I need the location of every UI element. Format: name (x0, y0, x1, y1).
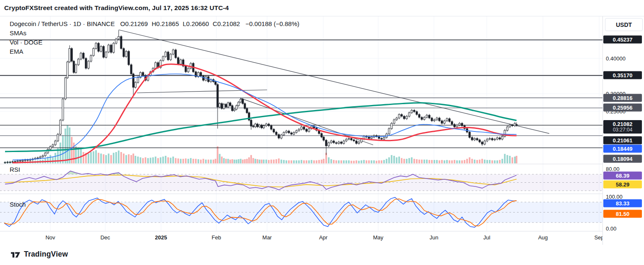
volume-bar (291, 160, 292, 163)
volume-bar (270, 160, 272, 163)
candle (491, 139, 493, 140)
volume-bar (466, 159, 468, 163)
rsi-pane-label[interactable]: RSI (10, 166, 20, 173)
price-axis[interactable]: USDT 0.400000.300000.2500080.00100.000.0… (602, 16, 644, 245)
volume-bar (236, 160, 237, 163)
legend-ohlc-value: H0.21865 (152, 20, 179, 27)
candle (398, 115, 400, 118)
candle (236, 106, 237, 109)
volume-bar (223, 158, 225, 163)
candle (137, 77, 139, 82)
candle (501, 136, 503, 139)
candle (12, 162, 13, 162)
candle (286, 131, 287, 132)
symbol-legend-row[interactable]: Dogecoin / TetherUS · 1D · BINANCE O0.21… (10, 19, 303, 29)
time-axis[interactable]: NovDec2025FebMarAprMayJunJulAugSep (0, 231, 602, 245)
candle (27, 160, 29, 160)
attribution-text: CryptoFXStreet created with TradingView.… (4, 4, 229, 12)
legend-row-smas[interactable]: SMAs (10, 29, 303, 38)
volume-bar (234, 160, 235, 163)
chart-region[interactable]: Dogecoin / TetherUS · 1D · BINANCE O0.21… (0, 16, 644, 245)
legend-row-volume[interactable]: Vol · DOGE (10, 38, 303, 47)
volume-bar (257, 159, 258, 163)
volume-bar (471, 159, 473, 163)
stoch-pane-label[interactable]: Stoch (10, 201, 26, 208)
volume-bar (426, 160, 428, 163)
volume-bar (330, 159, 332, 163)
volume-bar (152, 157, 154, 163)
volume-bar (78, 147, 79, 163)
candle (275, 132, 277, 135)
candle (481, 142, 483, 144)
candle (17, 161, 18, 162)
candle (361, 139, 362, 142)
legend-row-ema[interactable]: EMA (10, 47, 303, 56)
candle (408, 113, 410, 116)
volume-bar (441, 160, 443, 163)
symbol-title[interactable]: Dogecoin / TetherUS · 1D · BINANCE (10, 20, 115, 27)
last-price-badge: 0.2108203:27:04 (603, 120, 642, 134)
volume-bar (142, 158, 144, 163)
candle (388, 129, 390, 134)
volume-bar (120, 152, 122, 163)
volume-bar (190, 158, 192, 163)
candle (132, 74, 134, 87)
volume-bar (261, 160, 262, 163)
volume-bar (242, 160, 244, 163)
candle (431, 118, 433, 121)
axis-label: 100.00 (606, 194, 623, 200)
candle (446, 119, 448, 121)
volume-bar (182, 159, 184, 163)
volume-bar (378, 160, 380, 163)
candle (78, 59, 79, 65)
candle (351, 139, 352, 140)
volume-bar (311, 160, 312, 163)
candle (242, 99, 244, 103)
candle (436, 118, 438, 120)
volume-bar (275, 159, 277, 163)
volume-bar (308, 160, 310, 163)
volume-bar (491, 160, 493, 163)
candle (203, 76, 204, 80)
volume-bar (391, 155, 392, 163)
candle (512, 125, 513, 126)
candle (486, 139, 488, 141)
pane-separator[interactable] (0, 194, 644, 194)
candle (219, 104, 221, 107)
candle (358, 142, 360, 143)
tradingview-logo[interactable]: TradingView (10, 250, 68, 259)
volume-layer (4, 126, 517, 163)
pane-separator[interactable] (0, 164, 644, 164)
candle (494, 139, 496, 140)
volume-bar (451, 160, 453, 163)
volume-bar (231, 159, 233, 163)
candle (298, 129, 300, 131)
volume-bar (100, 154, 102, 163)
candle (73, 61, 75, 73)
volume-bar (431, 160, 433, 163)
candle (345, 139, 347, 141)
volume-bar (459, 160, 460, 163)
volume-bar (90, 152, 92, 163)
volume-bar (512, 157, 513, 163)
volume-bar (474, 160, 475, 163)
candle (393, 120, 395, 123)
volume-bar (229, 160, 231, 163)
candle (509, 125, 511, 127)
volume-bar (95, 150, 97, 164)
time-axis-label: Aug (538, 234, 548, 241)
volume-bar (240, 159, 242, 163)
candle (44, 153, 46, 156)
candle (288, 131, 290, 133)
currency-toggle-button[interactable]: USDT (605, 18, 643, 31)
volume-bar (225, 159, 227, 163)
axis-label: 80.00 (606, 166, 620, 172)
price-badge: 68.39 (603, 172, 642, 180)
indicator-bands-layer (0, 174, 602, 223)
candle (65, 78, 66, 99)
volume-bar (454, 160, 455, 163)
volume-bar (499, 160, 501, 163)
axis-label: 0.40000 (606, 55, 626, 62)
volume-bar (386, 159, 387, 163)
volume-bar (481, 159, 483, 163)
